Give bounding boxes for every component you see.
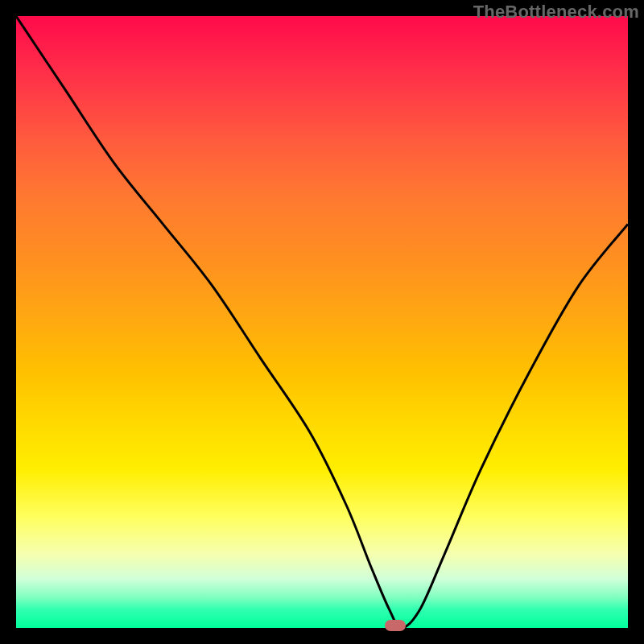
watermark-text: TheBottleneck.com	[473, 2, 639, 23]
chart-container: TheBottleneck.com	[0, 0, 644, 644]
min-marker	[385, 620, 406, 631]
bottleneck-curve	[16, 16, 628, 628]
curve-path	[16, 16, 628, 628]
